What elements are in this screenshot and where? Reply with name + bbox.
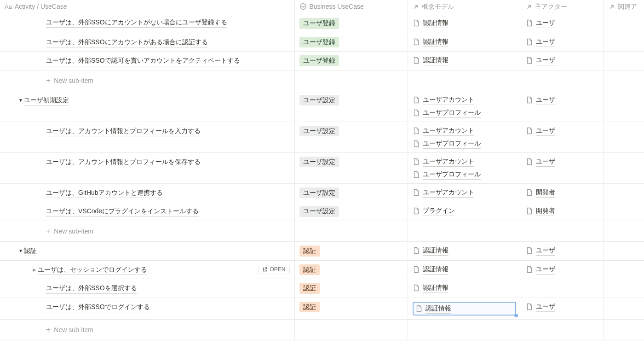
- toggle-icon[interactable]: [31, 266, 38, 273]
- page-link[interactable]: ユーザ: [526, 18, 599, 28]
- page-icon: [413, 96, 420, 104]
- page-link-label: 認証情報: [423, 283, 448, 293]
- row-title[interactable]: ユーザは、セッションでログインするOPEN: [5, 264, 290, 275]
- usecase-table: Aa Activity / UseCase Business UseCase 概…: [0, 0, 644, 340]
- row-title[interactable]: ユーザは、アカウント情報とプロフィールを入力する: [5, 126, 290, 136]
- plus-icon: +: [46, 77, 50, 84]
- page-link-label: ユーザ: [536, 37, 555, 47]
- page-link[interactable]: 認証情報: [413, 264, 516, 275]
- page-link[interactable]: 認証情報: [413, 37, 516, 47]
- page-link[interactable]: 認証情報: [413, 18, 516, 28]
- header-activity[interactable]: Aa Activity / UseCase: [0, 0, 294, 14]
- page-icon: [413, 140, 420, 147]
- page-link[interactable]: ユーザ: [526, 55, 599, 65]
- open-label: OPEN: [270, 266, 285, 273]
- page-link-label: ユーザ: [536, 55, 555, 65]
- page-link-label: 認証情報: [423, 37, 448, 47]
- page-link[interactable]: ユーザプロフィール: [413, 108, 516, 118]
- header-concept-model[interactable]: 概念モデル: [408, 0, 521, 14]
- page-link-label: ユーザ: [536, 246, 555, 256]
- table-header-row: Aa Activity / UseCase Business UseCase 概…: [0, 0, 644, 14]
- open-button[interactable]: OPEN: [258, 265, 289, 274]
- page-link[interactable]: 認証情報: [413, 283, 516, 293]
- badge[interactable]: ユーザ設定: [299, 157, 339, 168]
- row-title[interactable]: ユーザは、外部SSOで認可を貰いアカウントをアクティベートする: [5, 55, 290, 66]
- new-sub-label: New sub-item: [54, 326, 93, 333]
- row-title[interactable]: ユーザは、外部SSOを選択する: [5, 283, 290, 293]
- badge[interactable]: ユーザ登録: [299, 18, 339, 29]
- new-sub-item[interactable]: +New sub-item: [5, 225, 290, 238]
- badge[interactable]: ユーザ設定: [299, 95, 339, 106]
- page-link[interactable]: ユーザプロフィール: [413, 170, 516, 180]
- page-link[interactable]: ユーザ: [526, 126, 599, 136]
- page-link[interactable]: ユーザアカウント: [413, 95, 516, 105]
- badge[interactable]: ユーザ設定: [299, 187, 339, 199]
- page-icon: [413, 247, 420, 254]
- badge[interactable]: 認証: [299, 246, 320, 257]
- page-link[interactable]: ユーザ: [526, 157, 599, 167]
- page-link[interactable]: ユーザアカウント: [413, 157, 516, 167]
- page-link-label: 認証情報: [423, 264, 448, 275]
- badge[interactable]: 認証: [299, 302, 320, 313]
- page-link-label: ユーザ: [536, 302, 555, 312]
- toggle-icon[interactable]: [17, 97, 24, 103]
- page-link[interactable]: 開発者: [526, 206, 599, 216]
- page-link[interactable]: プラグイン: [413, 206, 516, 216]
- row-title[interactable]: ユーザは、GitHubアカウントと連携する: [5, 187, 290, 198]
- page-link[interactable]: 開発者: [526, 187, 599, 198]
- page-link[interactable]: 認証情報: [415, 304, 513, 314]
- row-title-text: ユーザは、外部SSOにアカウントがある場合に認証する: [46, 37, 208, 47]
- row-title-text: ユーザは、セッションでログインする: [38, 264, 147, 275]
- toggle-icon[interactable]: [17, 248, 24, 254]
- page-link-label: ユーザ: [536, 157, 555, 167]
- row-title[interactable]: ユーザ初期設定: [5, 95, 290, 105]
- row-title[interactable]: ユーザは、外部SSOにアカウントがある場合に認証する: [5, 37, 290, 47]
- new-sub-item[interactable]: +New sub-item: [5, 74, 290, 87]
- page-link-label: 開発者: [536, 206, 555, 216]
- badge[interactable]: ユーザ登録: [299, 37, 339, 48]
- page-icon: [413, 19, 420, 27]
- page-link[interactable]: ユーザ: [526, 246, 599, 256]
- header-business-usecase[interactable]: Business UseCase: [294, 0, 408, 14]
- page-link[interactable]: ユーザアカウント: [413, 126, 516, 136]
- page-link-label: ユーザプロフィール: [423, 108, 481, 118]
- page-link[interactable]: ユーザアカウント: [413, 187, 516, 198]
- header-activity-label: Activity / UseCase: [15, 3, 67, 10]
- new-sub-label: New sub-item: [54, 228, 93, 235]
- page-icon: [526, 57, 533, 64]
- badge[interactable]: 認証: [299, 283, 320, 294]
- badge[interactable]: ユーザ設定: [299, 126, 339, 137]
- header-related-actor[interactable]: 関連ア: [604, 0, 644, 14]
- row-title[interactable]: ユーザは、外部SSOでログインする: [5, 302, 290, 312]
- row-title[interactable]: 認証: [5, 246, 290, 256]
- page-icon: [413, 171, 420, 178]
- page-icon: [413, 109, 420, 117]
- header-buc-label: Business UseCase: [310, 3, 364, 10]
- row-title[interactable]: ユーザは、外部SSOにアカウントがない場合にユーザ登録する: [5, 18, 290, 29]
- page-icon: [413, 38, 420, 46]
- relation-arrow-icon: [609, 4, 615, 10]
- new-sub-label: New sub-item: [54, 77, 93, 84]
- page-link[interactable]: ユーザ: [526, 264, 599, 275]
- page-link[interactable]: ユーザプロフィール: [413, 139, 516, 149]
- badge[interactable]: 認証: [299, 264, 320, 275]
- page-link-label: プラグイン: [423, 206, 455, 216]
- page-link-label: ユーザアカウント: [423, 126, 474, 136]
- page-link-label: 認証情報: [426, 304, 451, 314]
- new-sub-item[interactable]: +New sub-item: [5, 323, 290, 336]
- page-icon: [526, 303, 533, 310]
- page-link[interactable]: ユーザ: [526, 95, 599, 105]
- header-main-actor[interactable]: 主アクター: [521, 0, 604, 14]
- row-title[interactable]: ユーザは、VSCodeにプラグインをインストールする: [5, 206, 290, 216]
- badge[interactable]: ユーザ設定: [299, 206, 339, 217]
- page-link[interactable]: 認証情報: [413, 55, 516, 65]
- page-link[interactable]: 認証情報: [413, 246, 516, 256]
- page-link[interactable]: ユーザ: [526, 302, 599, 312]
- page-link[interactable]: ユーザ: [526, 37, 599, 47]
- row-title[interactable]: ユーザは、アカウント情報とプロフィールを保存する: [5, 157, 290, 167]
- plus-icon: +: [46, 228, 50, 235]
- badge[interactable]: ユーザ登録: [299, 55, 339, 66]
- relation-arrow-icon: [526, 4, 532, 10]
- row-title-text: ユーザは、アカウント情報とプロフィールを保存する: [46, 157, 201, 167]
- page-icon: [526, 189, 533, 196]
